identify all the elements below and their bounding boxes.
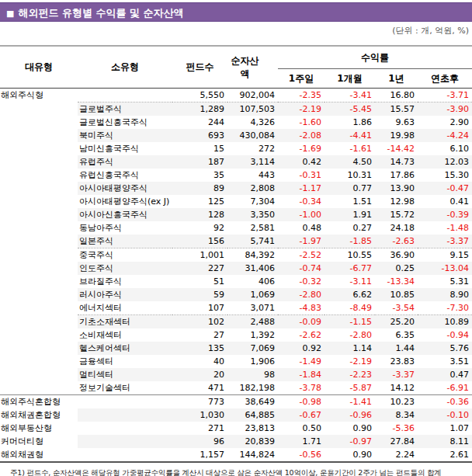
cell-assets: 31,406 [227, 262, 278, 275]
cell-r1w: 0.42 [278, 155, 324, 169]
cell-rytd: -4.24 [418, 129, 472, 142]
cell-main [0, 116, 78, 129]
cell-r1m: -3.11 [324, 275, 375, 288]
cell-r1w: -1.97 [278, 235, 324, 248]
header-main-type: 대유형 [0, 46, 78, 89]
cell-assets: 1,906 [227, 355, 278, 368]
cell-main: 해외채권형 [0, 448, 78, 462]
cell-funds: 1,157 [172, 448, 227, 462]
cell-rytd: 15.30 [418, 169, 472, 182]
cell-main: 커머더티형 [0, 435, 78, 448]
cell-main [0, 315, 78, 329]
cell-rytd: 0.41 [418, 195, 472, 208]
cell-sub: 아시아신흥국주식 [78, 208, 172, 221]
table-row: 일본주식1565,741-1.97-1.85-2.63-3.37 [0, 235, 472, 248]
cell-funds: 107 [172, 301, 227, 315]
table-row: 글로벌신흥국주식2444,326-1.601.869.632.90 [0, 116, 472, 129]
cell-r1y: 8.34 [375, 408, 418, 422]
cell-r1w: -0.74 [278, 262, 324, 275]
cell-r1y: 15.72 [375, 208, 418, 221]
cell-rytd: 1.07 [418, 422, 472, 435]
cell-funds: 125 [172, 195, 227, 208]
cell-funds: 773 [172, 395, 227, 409]
cell-r1m: 1.14 [324, 342, 375, 355]
cell-sub: 남미신흥국주식 [78, 142, 172, 155]
cell-sub: 러시아주식 [78, 288, 172, 301]
cell-r1y: 25.20 [375, 315, 418, 329]
cell-rytd: -7.30 [418, 301, 472, 315]
cell-r1w: -0.98 [278, 395, 324, 409]
cell-assets: 443 [227, 169, 278, 182]
cell-r1y: 27.84 [375, 435, 418, 448]
cell-sub [78, 395, 172, 409]
cell-r1m: -1.15 [324, 315, 375, 329]
cell-sub: 정보기술섹터 [78, 381, 172, 395]
cell-rytd: -3.37 [418, 235, 472, 248]
table-row: 소비재섹터271,392-2.62-2.806.35-0.94 [0, 328, 472, 342]
cell-funds: 20 [172, 368, 227, 381]
cell-assets: 1,392 [227, 328, 278, 342]
cell-assets: 902,004 [227, 89, 278, 102]
cell-rytd: 9.15 [418, 248, 472, 262]
cell-assets: 7,069 [227, 342, 278, 355]
cell-funds: 156 [172, 235, 227, 248]
cell-assets: 144,824 [227, 448, 278, 462]
table-row: 에너지섹터1073,071-4.83-8.49-3.54-7.30 [0, 301, 472, 315]
table-row: 멀티섹터2098-1.84-2.23-3.370.47 [0, 368, 472, 381]
cell-rytd: 8.90 [418, 288, 472, 301]
cell-rytd: -13.04 [418, 262, 472, 275]
cell-main [0, 288, 78, 301]
cell-main: 해외부동산형 [0, 422, 78, 435]
header-return-ytd: 연초후 [418, 69, 472, 89]
cell-sub: 소비재섹터 [78, 328, 172, 342]
cell-main [0, 275, 78, 288]
cell-r1m: -2.80 [324, 328, 375, 342]
cell-r1w: -2.80 [278, 288, 324, 301]
cell-r1m: -2.23 [324, 368, 375, 381]
cell-funds: 227 [172, 262, 227, 275]
cell-funds: 102 [172, 315, 227, 329]
cell-rytd: -3.90 [418, 102, 472, 116]
cell-main [0, 235, 78, 248]
table-row: 해외채권형1,157144,824-0.560.902.242.61 [0, 448, 472, 462]
cell-r1y: 9.63 [375, 116, 418, 129]
cell-r1w: -0.56 [278, 448, 324, 462]
cell-r1w: -4.83 [278, 301, 324, 315]
cell-r1y: 1.44 [375, 342, 418, 355]
cell-r1w: -2.08 [278, 129, 324, 142]
units-note: (단위 : 개, 억원, %) [0, 26, 472, 36]
cell-main [0, 142, 78, 155]
cell-rytd: -0.47 [418, 182, 472, 195]
cell-r1m: -5.45 [324, 102, 375, 116]
cell-sub: 멀티섹터 [78, 368, 172, 381]
cell-r1w: -1.60 [278, 116, 324, 129]
cell-assets: 5,741 [227, 235, 278, 248]
cell-main [0, 301, 78, 315]
cell-rytd: 12.03 [418, 155, 472, 169]
cell-rytd: 0.47 [418, 368, 472, 381]
cell-assets: 7,304 [227, 195, 278, 208]
table-body: 해외주식형5,550902,004-2.35-3.4116.80-3.71글로벌… [0, 89, 472, 463]
cell-sub: 동남아주식 [78, 221, 172, 235]
cell-r1w: -2.35 [278, 89, 324, 102]
header-return-1y: 1년 [375, 69, 418, 89]
table-row: 기초소재섹터1022,488-0.09-1.1525.2010.89 [0, 315, 472, 329]
table-row: 해외주식혼합형77338,649-0.98-1.4110.23-0.36 [0, 395, 472, 409]
table-row: 북미주식693430,084-2.08-4.4119.98-4.24 [0, 129, 472, 142]
cell-rytd: 6.10 [418, 142, 472, 155]
cell-sub [78, 408, 172, 422]
cell-assets: 406 [227, 275, 278, 288]
report-page: ■해외펀드 유형별 수익률 및 순자산액 (단위 : 개, 억원, %) 대유형… [0, 0, 472, 476]
cell-funds: 693 [172, 129, 227, 142]
cell-sub: 인도주식 [78, 262, 172, 275]
cell-funds: 244 [172, 116, 227, 129]
cell-sub: 중국주식 [78, 248, 172, 262]
cell-r1m: 0.90 [324, 422, 375, 435]
cell-main [0, 262, 78, 275]
cell-rytd: -0.36 [418, 395, 472, 409]
cell-sub: 브라질주식 [78, 275, 172, 288]
cell-rytd: 8.11 [418, 435, 472, 448]
table-row: 남미신흥국주식15272-1.69-1.61-14.426.10 [0, 142, 472, 155]
cell-assets: 3,114 [227, 155, 278, 169]
cell-r1w: -1.84 [278, 368, 324, 381]
